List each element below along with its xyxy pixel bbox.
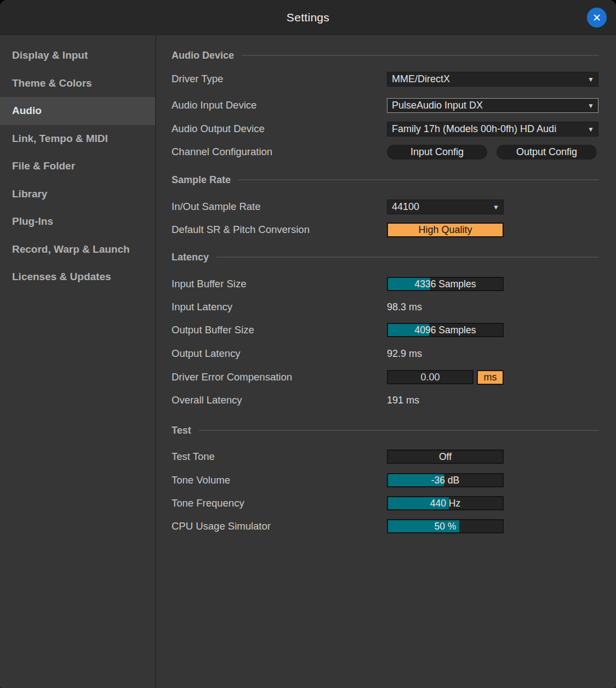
close-icon: ✕ (592, 12, 601, 24)
section-rule (216, 257, 599, 258)
ms-unit-label: ms (484, 372, 497, 383)
chevron-down-icon: ▼ (588, 72, 594, 86)
output-buffer-size-slider[interactable]: 4096 Samples (387, 323, 504, 337)
test-tone-label: Test Tone (172, 450, 215, 464)
tone-volume-label: Tone Volume (172, 473, 230, 487)
close-button[interactable]: ✕ (587, 8, 607, 27)
overall-latency-label: Overall Latency (172, 393, 242, 407)
input-buffer-size-label: Input Buffer Size (172, 277, 246, 291)
sidebar-item-record-warp-launch[interactable]: Record, Warp & Launch (0, 236, 155, 264)
input-buffer-size-value: 4336 Samples (388, 278, 503, 290)
sr-pitch-conversion-label: Default SR & Pitch Conversion (172, 223, 310, 237)
input-latency-value: 98.3 ms (387, 300, 422, 314)
output-latency-value: 92.9 ms (387, 346, 422, 361)
tone-frequency-label: Tone Frequency (172, 496, 244, 510)
output-config-label: Output Config (516, 146, 577, 158)
sample-rate-value: 44100 (392, 201, 419, 213)
settings-sidebar: Display & Input Theme & Colors Audio Lin… (0, 42, 155, 291)
section-rule (238, 179, 599, 180)
section-header-sample-rate: Sample Rate (172, 173, 599, 187)
chevron-down-icon: ▼ (588, 122, 594, 136)
sidebar-item-link-tempo-midi[interactable]: Link, Tempo & MIDI (0, 125, 155, 153)
sample-rate-dropdown[interactable]: 44100 ▼ (387, 200, 504, 214)
chevron-down-icon: ▼ (493, 200, 499, 214)
section-rule (199, 430, 599, 431)
sidebar-divider (155, 35, 156, 688)
tone-volume-value: -36 dB (388, 474, 503, 486)
audio-input-device-value: PulseAudio Input DX (392, 100, 483, 111)
cpu-usage-simulator-label: CPU Usage Simulator (172, 519, 271, 533)
section-title: Test (172, 425, 191, 436)
chevron-down-icon: ▼ (588, 99, 594, 112)
driver-error-compensation-value: 0.00 (420, 372, 440, 383)
sidebar-item-plug-ins[interactable]: Plug-Ins (0, 208, 155, 236)
channel-configuration-label: Channel Configuration (172, 145, 272, 159)
output-buffer-size-label: Output Buffer Size (172, 323, 254, 337)
sidebar-item-theme-colors[interactable]: Theme & Colors (0, 70, 155, 98)
input-buffer-size-slider[interactable]: 4336 Samples (387, 277, 504, 291)
cpu-usage-simulator-slider[interactable]: 50 % (387, 519, 504, 533)
input-latency-label: Input Latency (172, 300, 232, 314)
sidebar-item-file-folder[interactable]: File & Folder (0, 152, 155, 180)
driver-error-compensation-field[interactable]: 0.00 (387, 370, 474, 384)
in-out-sample-rate-label: In/Out Sample Rate (172, 200, 260, 214)
driver-error-compensation-label: Driver Error Compensation (172, 370, 292, 384)
audio-input-device-label: Audio Input Device (172, 98, 256, 112)
sidebar-item-display-input[interactable]: Display & Input (0, 42, 155, 70)
sidebar-item-library[interactable]: Library (0, 180, 155, 208)
test-tone-value: Off (388, 451, 503, 463)
sidebar-item-audio[interactable]: Audio (0, 97, 155, 125)
cpu-usage-simulator-value: 50 % (388, 520, 503, 532)
driver-type-dropdown[interactable]: MME/DirectX ▼ (387, 72, 598, 87)
section-header-latency: Latency (172, 250, 599, 264)
tone-volume-slider[interactable]: -36 dB (387, 473, 504, 487)
overall-latency-value: 191 ms (387, 393, 419, 407)
audio-output-device-label: Audio Output Device (172, 122, 265, 136)
audio-input-device-dropdown[interactable]: PulseAudio Input DX ▼ (387, 98, 598, 113)
section-header-test: Test (172, 423, 599, 437)
window-title: Settings (287, 11, 329, 24)
section-title: Audio Device (172, 50, 234, 61)
section-header-audio-device: Audio Device (172, 48, 599, 62)
sidebar-item-licenses-updates[interactable]: Licenses & Updates (0, 263, 155, 291)
section-rule (242, 55, 599, 56)
input-config-label: Input Config (410, 146, 464, 158)
driver-type-value: MME/DirectX (392, 73, 450, 85)
input-config-button[interactable]: Input Config (387, 145, 487, 160)
section-title: Latency (172, 252, 209, 263)
output-buffer-size-value: 4096 Samples (388, 324, 503, 336)
test-tone-toggle[interactable]: Off (387, 450, 504, 464)
output-latency-label: Output Latency (172, 346, 240, 361)
audio-output-device-dropdown[interactable]: Family 17h (Models 00h-0fh) HD Audi ▼ (387, 122, 598, 137)
high-quality-label: High Quality (418, 224, 472, 236)
section-title: Sample Rate (172, 174, 231, 186)
high-quality-toggle[interactable]: High Quality (387, 223, 504, 237)
tone-frequency-value: 440 Hz (388, 497, 503, 509)
driver-type-label: Driver Type (172, 72, 223, 86)
title-bar: Settings ✕ (0, 0, 616, 35)
ms-unit-button[interactable]: ms (477, 370, 504, 385)
tone-frequency-slider[interactable]: 440 Hz (387, 496, 504, 510)
audio-output-device-value: Family 17h (Models 00h-0fh) HD Audi (392, 123, 556, 135)
output-config-button[interactable]: Output Config (497, 145, 597, 160)
settings-window: Settings ✕ Display & Input Theme & Color… (0, 0, 616, 688)
